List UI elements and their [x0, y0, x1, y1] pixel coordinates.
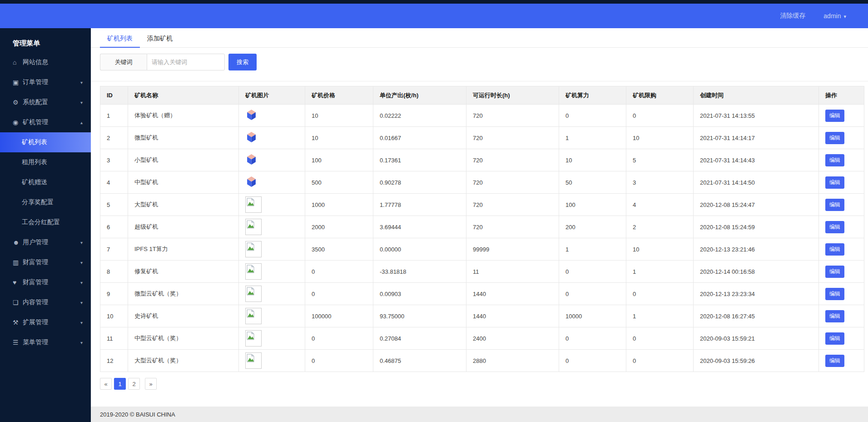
cell-output: 0.02222	[373, 105, 466, 127]
table-row: 9微型云矿机（奖）00.009031440002020-12-13 23:23:…	[100, 283, 864, 305]
sidebar-subitem[interactable]: 矿机列表	[0, 132, 91, 152]
broken-image-placeholder	[245, 263, 262, 280]
sidebar-item[interactable]: ♥财富管理▾	[0, 272, 91, 292]
cell-power: 100	[559, 194, 626, 216]
table-row: 3小型矿机1000.173617201052021-07-31 14:14:43…	[100, 149, 864, 171]
search-button[interactable]: 搜索	[228, 54, 257, 70]
cell-image	[239, 327, 305, 350]
edit-button[interactable]: 编辑	[825, 310, 844, 322]
pagination-prev[interactable]: «	[100, 378, 112, 390]
edit-button[interactable]: 编辑	[825, 110, 844, 122]
column-header: 操作	[819, 86, 864, 105]
cell-limit: 0	[626, 105, 694, 127]
sidebar-item[interactable]: ⚒扩展管理▾	[0, 312, 91, 332]
cell-output: 0.00903	[373, 283, 466, 305]
cell-price: 0	[305, 283, 373, 305]
edit-button[interactable]: 编辑	[825, 176, 844, 189]
sidebar-subitem[interactable]: 工会分红配置	[0, 212, 91, 232]
username: admin	[823, 12, 841, 20]
pagination-page[interactable]: 1	[114, 378, 126, 390]
pagination-page[interactable]: 2	[128, 378, 140, 390]
cell-id: 8	[100, 261, 128, 283]
sidebar-item[interactable]: ☻用户管理▾	[0, 232, 91, 252]
sidebar-item[interactable]: ▣订单管理▾	[0, 72, 91, 92]
sidebar-item-label: 内容管理	[23, 298, 80, 306]
cell-id: 4	[100, 171, 128, 194]
keyword-input[interactable]	[147, 54, 225, 70]
pagination-next[interactable]: »	[145, 378, 157, 390]
sidebar-item[interactable]: ☰菜单管理▾	[0, 332, 91, 352]
cell-image	[239, 105, 305, 127]
table-row: 10史诗矿机10000093.7500014401000012020-12-08…	[100, 305, 864, 327]
sidebar-item[interactable]: ▥财富管理▾	[0, 252, 91, 272]
cell-power: 0	[559, 350, 626, 372]
sidebar-item[interactable]: ◉矿机管理▴	[0, 112, 91, 132]
broken-image-icon	[247, 332, 255, 341]
cell-created: 2021-07-31 14:14:43	[694, 149, 819, 171]
edit-button[interactable]: 编辑	[825, 243, 844, 256]
cell-output: 0.01667	[373, 127, 466, 149]
sidebar-item[interactable]: ⌂网站信息	[0, 52, 91, 72]
cell-hours: 720	[466, 194, 559, 216]
sidebar-item-label: 订单管理	[23, 78, 80, 86]
miner-icon: ◉	[13, 119, 23, 126]
main-content: 矿机列表添加矿机 关键词 搜索 ID矿机名称矿机图片矿机价格单位产出(枚/h)可…	[91, 28, 868, 422]
cell-created: 2020-12-14 00:16:58	[694, 261, 819, 283]
cell-limit: 3	[626, 171, 694, 194]
cell-output: 0.17361	[373, 149, 466, 171]
cell-hours: 720	[466, 149, 559, 171]
cell-name: 大型矿机	[128, 194, 239, 216]
cell-power: 10000	[559, 305, 626, 327]
sidebar-item[interactable]: ❏内容管理▾	[0, 292, 91, 312]
edit-button[interactable]: 编辑	[825, 355, 844, 367]
cell-limit: 0	[626, 327, 694, 350]
edit-button[interactable]: 编辑	[825, 332, 844, 345]
tab[interactable]: 矿机列表	[100, 31, 140, 47]
miner-image	[245, 176, 258, 187]
clear-cache-link[interactable]: 清除缓存	[780, 12, 805, 20]
broken-image-placeholder	[245, 330, 262, 347]
sidebar-item[interactable]: ⚙系统配置▾	[0, 92, 91, 112]
sidebar-subitem[interactable]: 分享奖配置	[0, 192, 91, 212]
edit-button[interactable]: 编辑	[825, 154, 844, 166]
cell-hours: 720	[466, 127, 559, 149]
users-icon: ☻	[13, 239, 23, 246]
cell-created: 2021-07-31 14:14:50	[694, 171, 819, 194]
cell-name: 中型矿机	[128, 171, 239, 194]
search-form: 关键词 搜索	[100, 54, 868, 70]
sidebar: 管理菜单 ⌂网站信息▣订单管理▾⚙系统配置▾◉矿机管理▴矿机列表租用列表矿机赠送…	[0, 28, 91, 422]
cell-id: 7	[100, 238, 128, 261]
edit-button[interactable]: 编辑	[825, 199, 844, 211]
cell-power: 1	[559, 127, 626, 149]
edit-button[interactable]: 编辑	[825, 221, 844, 233]
cell-id: 11	[100, 327, 128, 350]
cell-created: 2020-12-13 23:21:46	[694, 238, 819, 261]
table-row: 5大型矿机10001.7777872010042020-12-08 15:24:…	[100, 194, 864, 216]
cell-hours: 720	[466, 216, 559, 238]
column-header: 矿机限购	[626, 86, 694, 105]
top-edge-strip	[0, 0, 868, 4]
divider	[91, 81, 868, 81]
sidebar-subitem[interactable]: 矿机赠送	[0, 172, 91, 192]
cell-created: 2020-09-03 15:59:21	[694, 327, 819, 350]
cell-image	[239, 194, 305, 216]
column-header: 单位产出(枚/h)	[373, 86, 466, 105]
cell-id: 12	[100, 350, 128, 372]
cell-actions: 编辑	[819, 238, 864, 261]
chevron-down-icon: ▾	[80, 100, 83, 105]
sidebar-subitem[interactable]: 租用列表	[0, 152, 91, 172]
tab[interactable]: 添加矿机	[140, 31, 180, 47]
cell-price: 0	[305, 261, 373, 283]
broken-image-icon	[247, 242, 255, 251]
user-menu[interactable]: admin▾	[823, 12, 846, 20]
edit-button[interactable]: 编辑	[825, 132, 844, 144]
cell-name: 超级矿机	[128, 216, 239, 238]
cell-actions: 编辑	[819, 149, 864, 171]
cell-price: 3500	[305, 238, 373, 261]
chevron-up-icon: ▴	[80, 120, 83, 125]
cell-price: 500	[305, 171, 373, 194]
table-row: 4中型矿机5000.902787205032021-07-31 14:14:50…	[100, 171, 864, 194]
edit-button[interactable]: 编辑	[825, 288, 844, 300]
table-row: 7IPFS 1T算力35000.00000999991102020-12-13 …	[100, 238, 864, 261]
edit-button[interactable]: 编辑	[825, 266, 844, 278]
